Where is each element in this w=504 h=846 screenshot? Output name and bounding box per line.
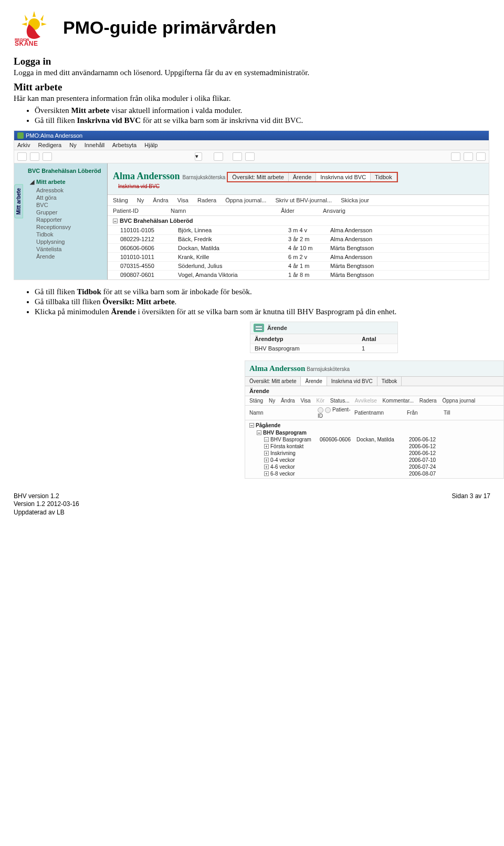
- layout-icon[interactable]: [245, 152, 255, 161]
- tab-inskrivna-vid-bvc[interactable]: Inskrivna vid BVC: [316, 173, 371, 181]
- tree-row[interactable]: +0-4 veckor2006-07-10: [249, 457, 499, 463]
- col-alder[interactable]: Ålder: [281, 208, 323, 214]
- tree-root[interactable]: ◢Mitt arbete: [30, 179, 104, 185]
- bullet: Klicka på minimodulen Ärende i översikte…: [35, 307, 490, 316]
- col-ansvarig[interactable]: Ansvarig: [323, 208, 417, 214]
- tab-oversikt[interactable]: Översikt: Mitt arbete: [245, 377, 301, 386]
- side-tab-mitt-arbete[interactable]: Mitt arbete: [14, 184, 23, 219]
- tab-oversikt[interactable]: Översikt: Mitt arbete: [228, 173, 288, 181]
- bullet-list-1: Översikten Mitt arbete visar aktuell inf…: [14, 106, 490, 125]
- action-stang[interactable]: Stäng: [249, 398, 263, 404]
- footer-version: BHV version 1.2: [14, 492, 79, 501]
- table-row[interactable]: 080229-1212Bäck, Fredrik3 år 2 mAlma And…: [108, 235, 489, 244]
- action-visa[interactable]: Visa: [177, 197, 188, 203]
- toolbar-button[interactable]: [43, 152, 52, 161]
- bullet: Gå till fliken Tidbok för att se vilka b…: [35, 287, 490, 296]
- toolbar-button[interactable]: [476, 152, 486, 161]
- screenshot-pmo-main: PMO:Alma Andersson Arkiv Redigera Ny Inn…: [14, 130, 489, 280]
- tree-row[interactable]: +6-8 veckor2006-08-07: [249, 470, 499, 477]
- section-title: Ärende: [245, 386, 503, 396]
- para-logga-in: Logga in med ditt användarnamn och lösen…: [14, 68, 490, 77]
- toolbar-button[interactable]: [17, 152, 27, 161]
- tab-tidbok[interactable]: Tidbok: [377, 377, 402, 386]
- menu-redigera[interactable]: Redigera: [38, 142, 62, 148]
- tree-pagaende[interactable]: −Pågående: [249, 421, 499, 429]
- menu-arbetsyta[interactable]: Arbetsyta: [112, 142, 136, 148]
- layout-icon[interactable]: [233, 152, 242, 161]
- minimodule-title: Ärende: [267, 325, 287, 331]
- action-status[interactable]: Status...: [330, 398, 350, 404]
- tab-arende[interactable]: Ärende: [289, 173, 316, 181]
- col-patient-id[interactable]: Patient-ID: [113, 208, 171, 214]
- action-oppna-journal[interactable]: Öppna journal: [442, 398, 475, 404]
- user-role: Barnsjuksköterska: [183, 174, 226, 180]
- col-fran[interactable]: Från: [407, 410, 444, 416]
- tree-row[interactable]: −BHV Basprogram060606-0606Dockan, Matild…: [249, 436, 499, 443]
- tree-item-att-gora[interactable]: Att göra: [30, 194, 104, 201]
- minimodule-header[interactable]: Ärende: [250, 322, 397, 334]
- table-row[interactable]: 110101-0105Björk, Linnea3 m 4 vAlma Ande…: [108, 226, 489, 235]
- toolbar-button[interactable]: [451, 152, 460, 161]
- col-patientnamn[interactable]: Patientnamn: [354, 410, 407, 416]
- tree-row[interactable]: +Första kontakt2006-06-12: [249, 443, 499, 450]
- tab-arende[interactable]: Ärende: [301, 377, 327, 386]
- table-group[interactable]: −BVC Brahehälsan Löberöd: [108, 216, 489, 226]
- tree-item-adressbok[interactable]: Adressbok: [30, 187, 104, 194]
- clear-icon[interactable]: [318, 407, 323, 413]
- action-oppna-journal[interactable]: Öppna journal...: [225, 197, 266, 203]
- tree-bhv-basprogram[interactable]: −BHV Basprogram: [249, 429, 499, 436]
- action-skriv-ut[interactable]: Skriv ut BHV-journal...: [276, 197, 332, 203]
- col-arendetyp: Ärendetyp: [255, 336, 362, 342]
- tab-tidbok[interactable]: Tidbok: [371, 173, 397, 181]
- action-stang[interactable]: Stäng: [113, 197, 128, 203]
- col-till[interactable]: Till: [444, 410, 475, 416]
- tree-item-tidbok[interactable]: Tidbok: [30, 231, 104, 238]
- tree-item-bvc[interactable]: BVC: [30, 201, 104, 209]
- user-role: Barnsjuksköterska: [307, 366, 350, 372]
- menu-arkiv[interactable]: Arkiv: [17, 142, 30, 148]
- doc-header: REGION SKÅNE PMO-guide primärvården: [14, 8, 490, 46]
- action-andra[interactable]: Ändra: [281, 398, 295, 404]
- menu-innehall[interactable]: Innehåll: [85, 142, 105, 148]
- toolbar-button[interactable]: [30, 152, 39, 161]
- col-namn[interactable]: Namn: [249, 410, 318, 416]
- action-visa[interactable]: Visa: [300, 398, 310, 404]
- table-row[interactable]: 101010-1011Krank, Krille6 m 2 vAlma Ande…: [108, 253, 489, 262]
- action-bar: Stäng Ny Ändra Visa Kör Status... Avvike…: [245, 396, 503, 406]
- bullet: Gå tillbaka till fliken Översikt: Mitt a…: [35, 297, 490, 306]
- mini-row[interactable]: BHV Basprogram 1: [250, 344, 397, 353]
- menu-hjalp[interactable]: Hjälp: [144, 142, 158, 148]
- refresh-icon[interactable]: [214, 152, 223, 161]
- table-row[interactable]: 060606-0606Dockan, Matilda4 år 10 mMärta…: [108, 244, 489, 253]
- action-kommentar[interactable]: Kommentar...: [383, 398, 414, 404]
- col-namn[interactable]: Namn: [171, 208, 281, 214]
- action-ny[interactable]: Ny: [269, 398, 275, 404]
- bullet: Översikten Mitt arbete visar aktuell inf…: [35, 106, 490, 115]
- user-name: Alma Andersson: [249, 364, 305, 373]
- tree-item-arende[interactable]: Ärende: [30, 253, 104, 260]
- footer-date: Version 1.2 2012-03-16: [14, 500, 79, 509]
- tree-item-vantelista[interactable]: Väntelista: [30, 245, 104, 253]
- tree-item-rapporter[interactable]: Rapporter: [30, 216, 104, 223]
- highlighted-tabs: Översikt: Mitt arbete Ärende Inskrivna v…: [227, 172, 397, 182]
- action-radera[interactable]: Radera: [197, 197, 216, 203]
- action-andra[interactable]: Ändra: [153, 197, 168, 203]
- filter-icon[interactable]: [325, 407, 331, 413]
- toolbar-button[interactable]: [464, 152, 473, 161]
- tree-item-receptionsvy[interactable]: Receptionsvy: [30, 223, 104, 231]
- tab-inskrivna[interactable]: Inskrivna vid BVC: [327, 377, 377, 386]
- action-avvikelse: Avvikelse: [355, 398, 377, 404]
- action-skicka[interactable]: Skicka jour: [341, 197, 369, 203]
- toolbar: ▾: [14, 150, 489, 163]
- svg-text:SKÅNE: SKÅNE: [15, 39, 38, 46]
- table-row[interactable]: 070315-4550Söderlund, Julius4 år 1 mMärt…: [108, 262, 489, 271]
- dropdown-icon[interactable]: ▾: [195, 152, 202, 161]
- tree-row[interactable]: +Inskrivning2006-06-12: [249, 450, 499, 457]
- tree-item-grupper[interactable]: Grupper: [30, 209, 104, 216]
- tree-item-upplysning[interactable]: Upplysning: [30, 238, 104, 245]
- action-radera[interactable]: Radera: [419, 398, 437, 404]
- tree-row[interactable]: +4-6 veckor2006-07-24: [249, 463, 499, 470]
- table-row[interactable]: 090807-0601Vogel, Amanda Viktoria1 år 8 …: [108, 271, 489, 280]
- menu-ny[interactable]: Ny: [69, 142, 76, 148]
- action-ny[interactable]: Ny: [137, 197, 144, 203]
